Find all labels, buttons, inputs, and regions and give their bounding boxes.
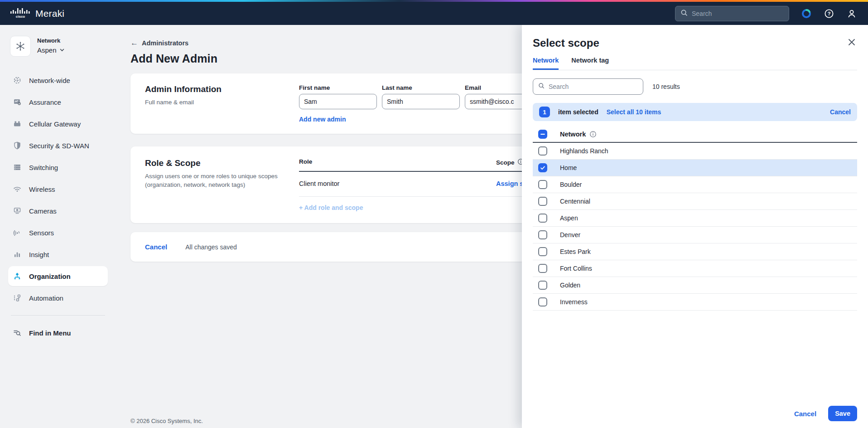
tab-network-tag[interactable]: Network tag bbox=[571, 57, 609, 70]
sidebar-item-cameras[interactable]: Cameras bbox=[8, 201, 108, 221]
scope-row-label: Golden bbox=[560, 282, 580, 289]
row-checkbox[interactable] bbox=[538, 214, 547, 223]
scope-row[interactable]: Inverness bbox=[533, 294, 857, 311]
cisco-logo-icon: cisco bbox=[10, 7, 31, 20]
globe-icon bbox=[13, 76, 22, 85]
close-icon[interactable] bbox=[846, 37, 857, 48]
row-checkbox[interactable] bbox=[538, 197, 547, 206]
status-ring-icon[interactable] bbox=[801, 8, 812, 19]
scope-row[interactable]: Highlands Ranch bbox=[533, 143, 857, 160]
account-icon[interactable] bbox=[846, 8, 857, 19]
sidebar-item-switching[interactable]: Switching bbox=[8, 157, 108, 177]
scope-row-label: Fort Collins bbox=[560, 265, 592, 272]
panel-title: Select scope bbox=[533, 37, 857, 49]
select-all-link[interactable]: Select all 10 items bbox=[607, 108, 661, 116]
sidebar-item-assurance[interactable]: Assurance bbox=[8, 92, 108, 112]
sidebar-item-organization[interactable]: Organization bbox=[8, 266, 108, 286]
save-button[interactable]: Save bbox=[828, 406, 857, 421]
role-scope-heading: Role & Scope bbox=[145, 158, 299, 168]
panel-cancel-button[interactable]: Cancel bbox=[794, 410, 816, 418]
sidebar-item-network-wide[interactable]: Network-wide bbox=[8, 70, 108, 90]
scope-row[interactable]: Estes Park bbox=[533, 243, 857, 260]
last-name-field[interactable] bbox=[382, 94, 460, 109]
panel-tabs: Network Network tag bbox=[533, 57, 857, 70]
sidebar-item-cellular-gateway[interactable]: Cellular Gateway bbox=[8, 114, 108, 134]
find-in-menu[interactable]: Find in Menu bbox=[8, 323, 108, 343]
assurance-icon bbox=[13, 97, 22, 107]
sidebar-item-label: Cameras bbox=[29, 207, 57, 215]
admin-info-heading: Admin Information bbox=[145, 84, 299, 94]
scope-row[interactable]: Boulder bbox=[533, 176, 857, 193]
svg-text:?: ? bbox=[828, 11, 831, 16]
sidebar-item-label: Automation bbox=[29, 294, 63, 302]
scope-row-label: Home bbox=[560, 164, 577, 171]
global-search-input[interactable] bbox=[692, 10, 784, 17]
assign-scope-link[interactable]: Assign s bbox=[496, 180, 523, 187]
row-checkbox[interactable] bbox=[538, 281, 547, 290]
scope-list: Highlands RanchHomeBoulderCentennialAspe… bbox=[533, 143, 857, 311]
network-hub-icon bbox=[10, 36, 31, 57]
cancel-button[interactable]: Cancel bbox=[145, 243, 167, 251]
organization-icon bbox=[13, 272, 22, 281]
svg-text:cisco: cisco bbox=[16, 14, 25, 18]
scope-search[interactable] bbox=[533, 78, 643, 95]
network-kicker: Network bbox=[37, 37, 65, 44]
first-name-label: First name bbox=[299, 84, 377, 91]
scope-search-input[interactable] bbox=[549, 83, 638, 90]
sidebar-item-sensors[interactable]: Sensors bbox=[8, 223, 108, 243]
scope-row-label: Highlands Ranch bbox=[560, 147, 608, 155]
scope-row[interactable]: Denver bbox=[533, 227, 857, 243]
row-checkbox[interactable] bbox=[538, 264, 547, 273]
selected-text: item selected bbox=[558, 108, 598, 116]
last-name-label: Last name bbox=[382, 84, 460, 91]
row-checkbox[interactable] bbox=[538, 163, 547, 172]
select-all-checkbox[interactable] bbox=[538, 130, 547, 139]
global-search[interactable] bbox=[675, 6, 789, 21]
scope-list-header: Network bbox=[533, 126, 857, 143]
sidebar-item-label: Network-wide bbox=[29, 77, 70, 84]
first-name-field[interactable] bbox=[299, 94, 377, 109]
banner-cancel-link[interactable]: Cancel bbox=[830, 108, 851, 116]
scope-row-label: Inverness bbox=[560, 298, 588, 306]
row-checkbox[interactable] bbox=[538, 180, 547, 189]
scope-row[interactable]: Aspen bbox=[533, 210, 857, 227]
brand-name: Meraki bbox=[35, 8, 64, 19]
scope-row[interactable]: Centennial bbox=[533, 193, 857, 210]
network-selector[interactable]: Network Aspen bbox=[8, 36, 108, 57]
scope-row-label: Estes Park bbox=[560, 248, 591, 255]
automation-icon bbox=[13, 293, 22, 302]
sidebar-item-security-sd-wan[interactable]: Security & SD-WAN bbox=[8, 136, 108, 156]
sidebar-item-label: Cellular Gateway bbox=[29, 120, 81, 128]
sidebar-item-label: Wireless bbox=[29, 185, 55, 193]
add-new-admin-link[interactable]: Add new admin bbox=[299, 116, 346, 123]
sidebar-nav: Network-wideAssuranceCellular GatewaySec… bbox=[8, 70, 108, 308]
sidebar-divider bbox=[11, 315, 105, 316]
admin-info-subheading: Full name & email bbox=[145, 98, 281, 107]
add-role-scope-link[interactable]: + Add role and scope bbox=[299, 204, 363, 211]
tab-network[interactable]: Network bbox=[533, 57, 559, 70]
scope-row[interactable]: Golden bbox=[533, 277, 857, 294]
row-checkbox[interactable] bbox=[538, 230, 547, 239]
info-icon bbox=[589, 131, 597, 138]
sidebar-item-automation[interactable]: Automation bbox=[8, 288, 108, 308]
find-in-menu-icon bbox=[13, 328, 22, 337]
help-icon[interactable]: ? bbox=[824, 8, 834, 19]
scope-column-header: Scope bbox=[496, 159, 515, 166]
row-checkbox[interactable] bbox=[538, 146, 547, 156]
sidebar-item-wireless[interactable]: Wireless bbox=[8, 179, 108, 199]
wifi-icon bbox=[13, 185, 22, 194]
row-checkbox[interactable] bbox=[538, 247, 547, 256]
back-arrow-icon: ← bbox=[130, 39, 138, 48]
insight-icon bbox=[13, 250, 22, 259]
scope-row[interactable]: Home bbox=[533, 160, 857, 176]
sidebar-item-label: Switching bbox=[29, 164, 58, 171]
scope-row[interactable]: Fort Collins bbox=[533, 260, 857, 277]
sidebar: Network Aspen Network-wideAssuranceCellu… bbox=[0, 25, 116, 428]
results-count: 10 results bbox=[652, 83, 680, 90]
sidebar-item-label: Sensors bbox=[29, 229, 54, 237]
copyright: © 2026 Cisco Systems, Inc. bbox=[130, 418, 203, 424]
sidebar-item-insight[interactable]: Insight bbox=[8, 244, 108, 264]
row-checkbox[interactable] bbox=[538, 297, 547, 306]
selection-banner: 1 item selected Select all 10 items Canc… bbox=[533, 103, 857, 121]
breadcrumb[interactable]: ← Administrators bbox=[130, 39, 188, 48]
